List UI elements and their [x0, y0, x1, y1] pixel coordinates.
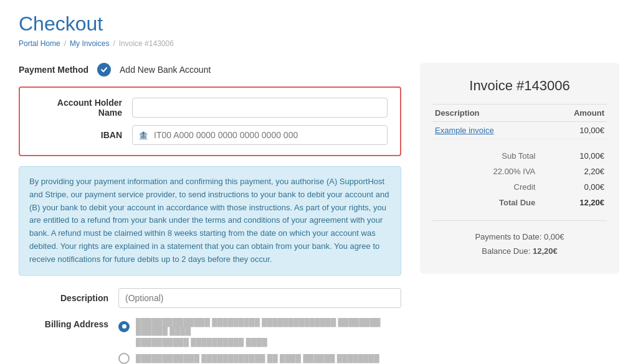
payments-to-date-label: Payments to Date: [475, 232, 541, 241]
billing-option-2[interactable]: ████████████ ████████████ ██ ████ ██████… [118, 353, 401, 364]
total-label: Credit [432, 179, 545, 195]
total-row: Credit 0,00€ [432, 179, 607, 195]
total-label: 22.00% IVA [432, 164, 545, 179]
radio-selected-icon[interactable] [118, 321, 130, 332]
col-description: Description [432, 105, 545, 122]
radio-empty-icon[interactable] [118, 353, 130, 364]
page-title: Checkout [19, 12, 619, 35]
description-label: Description [19, 293, 118, 303]
total-value: 12,20€ [545, 195, 607, 210]
row-amount: 10,00€ [545, 122, 607, 139]
iban-input[interactable] [132, 125, 388, 145]
col-amount: Amount [545, 105, 607, 122]
invoice-panel: Invoice #143006 Description Amount Examp… [420, 63, 619, 274]
table-row: Example invoice 10,00€ [432, 122, 607, 139]
account-holder-label: Account Holder Name [32, 98, 132, 118]
billing-address-1-line2: ██████████ ██████████ ████ [136, 338, 401, 347]
breadcrumb: Portal Home / My Invoices / Invoice #143… [19, 39, 619, 48]
payments-to-date-value: 0,00€ [544, 232, 564, 241]
total-row: Total Due 12,20€ [432, 195, 607, 210]
balance-due-label: Balance Due: [482, 246, 530, 256]
payment-method-label: Payment Method [19, 65, 88, 75]
breadcrumb-current: Invoice #143006 [119, 39, 174, 48]
check-circle-icon[interactable] [97, 63, 111, 77]
invoice-footer: Payments to Date: 0,00€ Balance Due: 12,… [432, 230, 607, 259]
total-value: 10,00€ [545, 148, 607, 164]
sepa-info-text: By providing your payment information an… [29, 177, 389, 264]
account-holder-input[interactable] [132, 98, 388, 118]
iban-label: IBAN [32, 130, 132, 140]
invoice-totals: Sub Total 10,00€ 22.00% IVA 2,20€ Credit… [432, 148, 607, 210]
description-input[interactable] [118, 288, 401, 308]
total-label: Total Due [432, 195, 545, 210]
sepa-info-box: By providing your payment information an… [19, 166, 401, 276]
bank-form-box: Account Holder Name IBAN 🏦 [19, 86, 401, 156]
billing-options: ██████████████ █████████ ██████████████ … [118, 318, 401, 364]
total-value: 2,20€ [545, 164, 607, 179]
billing-address-1: ██████████████ █████████ ██████████████ … [136, 318, 401, 335]
iban-row: IBAN 🏦 [32, 125, 388, 145]
bank-icon: 🏦 [138, 131, 148, 140]
iban-wrapper: 🏦 [132, 125, 388, 145]
total-row: Sub Total 10,00€ [432, 148, 607, 164]
breadcrumb-invoices[interactable]: My Invoices [70, 39, 109, 48]
breadcrumb-home[interactable]: Portal Home [19, 39, 60, 48]
billing-option-1[interactable]: ██████████████ █████████ ██████████████ … [118, 318, 401, 335]
payment-method-row: Payment Method Add New Bank Account [19, 63, 401, 77]
billing-address-2: ████████████ ████████████ ██ ████ ██████… [136, 354, 379, 363]
balance-due-value: 12,20€ [533, 246, 558, 256]
billing-address-1b: ██████████ ██████████ ████ [136, 338, 267, 347]
description-row: Description [19, 288, 401, 308]
total-value: 0,00€ [545, 179, 607, 195]
invoice-divider [432, 220, 607, 221]
total-label: Sub Total [432, 148, 545, 164]
add-bank-label: Add New Bank Account [120, 65, 211, 75]
payments-to-date: Payments to Date: 0,00€ [432, 230, 607, 244]
invoice-table: Description Amount Example invoice 10,00… [432, 104, 607, 139]
balance-due: Balance Due: 12,20€ [432, 244, 607, 258]
billing-section: Billing Address ██████████████ █████████… [19, 318, 401, 364]
account-holder-row: Account Holder Name [32, 98, 388, 118]
row-description: Example invoice [432, 122, 545, 139]
total-row: 22.00% IVA 2,20€ [432, 164, 607, 179]
invoice-title: Invoice #143006 [432, 78, 607, 94]
billing-label: Billing Address [19, 318, 118, 364]
